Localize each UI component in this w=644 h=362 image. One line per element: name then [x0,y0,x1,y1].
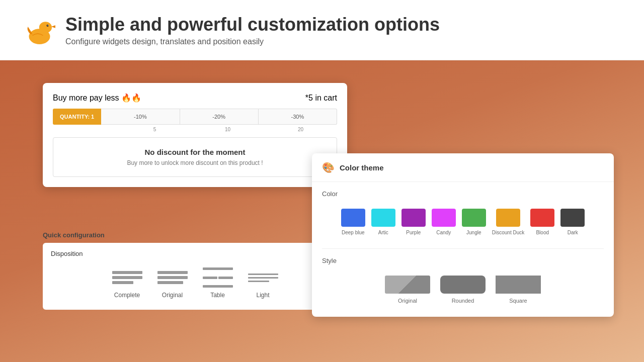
bar [248,281,269,282]
color-item-blood[interactable]: Blood [530,209,554,235]
quantity-label: QUANTITY: 1 [53,109,101,125]
color-name: Blood [536,230,549,235]
no-discount-title: No discount for the moment [63,148,327,156]
color-item-purple[interactable]: Purple [401,209,426,235]
buy-more-label: Buy more pay less 🔥🔥 [53,93,141,103]
color-item-artic[interactable]: Artic [371,209,395,235]
panel-body: Color Deep blueArticPurpleCandyJungleDis… [312,182,614,317]
no-discount-subtitle: Buy more to unlock more discount on this… [63,159,327,166]
bar [157,271,188,274]
style-section-label: Style [322,257,604,264]
color-name: Dark [568,230,578,235]
disposition-panel: Disposition Complete [43,243,347,310]
color-name: Artic [378,230,388,235]
color-item-dark[interactable]: Dark [560,209,585,235]
color-swatch [496,209,520,227]
complete-label: Complete [114,292,140,299]
widget-panel: Buy more pay less 🔥🔥 *5 in cart QUANTITY… [43,83,347,187]
style-original[interactable]: Original [385,276,430,304]
disposition-options: Complete Original [51,263,339,303]
color-swatch [341,209,365,227]
qty-num-20: 20 [264,127,337,132]
bar [203,285,233,288]
header: Simple and powerful customization option… [0,0,644,60]
bar [157,276,188,279]
discount-box: No discount for the moment Buy more to u… [53,137,337,177]
header-text: Simple and powerful customization option… [65,14,440,46]
table-label: Table [210,292,225,299]
palette-icon: 🎨 [322,161,335,173]
color-name: Purple [406,230,421,235]
segment-30: -30% [259,109,337,125]
segment-10: -10% [101,109,180,125]
original-label: Original [162,292,183,299]
style-original-label: Original [398,298,417,304]
light-disp-icon [248,267,278,288]
bar [248,277,278,279]
bar [157,281,183,284]
quick-config: Quick configuration Disposition Complete [43,231,347,310]
disposition-table[interactable]: Table [203,267,233,299]
color-item-discount-duck[interactable]: Discount Duck [492,209,524,235]
style-original-swatch [385,276,430,294]
color-swatch [530,209,554,227]
main-area: Buy more pay less 🔥🔥 *5 in cart QUANTITY… [0,60,644,362]
quantity-numbers: 5 10 20 [53,127,337,132]
original-disp-icon [157,267,188,288]
complete-icon [112,267,142,288]
page-subtitle: Configure widgets design, translates and… [65,37,440,46]
disposition-light[interactable]: Light [248,267,278,299]
page-title: Simple and powerful customization option… [65,14,440,35]
bar [112,271,142,274]
svg-point-3 [47,24,49,26]
table-disp-icon [203,267,233,288]
disposition-complete[interactable]: Complete [112,267,142,299]
panel-header: 🎨 Color theme [312,153,614,182]
color-swatch [401,209,426,227]
bar [218,277,233,279]
color-name: Jungle [466,230,481,235]
disposition-label: Disposition [51,250,339,257]
color-item-candy[interactable]: Candy [432,209,456,235]
style-rounded-label: Rounded [452,298,474,304]
divider [322,248,604,249]
color-theme-panel: 🎨 Color theme Color Deep blueArticPurple… [312,153,614,317]
bar [248,274,278,275]
color-item-deep-blue[interactable]: Deep blue [341,209,365,235]
style-square-label: Square [509,298,527,304]
light-label: Light [256,292,269,299]
quantity-bar: QUANTITY: 1 -10% -20% -30% [53,109,337,125]
bar [112,276,142,279]
quick-config-label: Quick configuration [43,231,347,239]
color-swatch [462,209,486,227]
disposition-original[interactable]: Original [157,267,188,299]
style-rounded[interactable]: Rounded [440,276,486,304]
in-cart-label: *5 in cart [305,94,337,103]
color-swatch [560,209,585,227]
color-item-jungle[interactable]: Jungle [462,209,486,235]
bar [203,267,233,270]
duck-logo [20,13,55,48]
color-options: Deep blueArticPurpleCandyJungleDiscount … [322,204,604,240]
qty-num-5: 5 [118,127,191,132]
bar [112,281,133,284]
color-name: Discount Duck [492,230,524,235]
svg-point-1 [39,22,52,33]
style-options: Original Rounded Square [322,270,604,309]
segment-20: -20% [180,109,259,125]
svg-point-4 [48,25,48,25]
widget-top-bar: Buy more pay less 🔥🔥 *5 in cart [53,93,337,103]
style-square[interactable]: Square [496,276,541,304]
bar [203,277,217,279]
style-rounded-swatch [440,276,486,294]
color-name: Candy [436,230,451,235]
color-swatch [371,209,395,227]
style-square-swatch [496,276,541,294]
color-swatch [432,209,456,227]
color-section-label: Color [322,190,604,198]
panel-title: Color theme [340,163,384,172]
qty-num-10: 10 [191,127,264,132]
color-name: Deep blue [342,230,365,235]
